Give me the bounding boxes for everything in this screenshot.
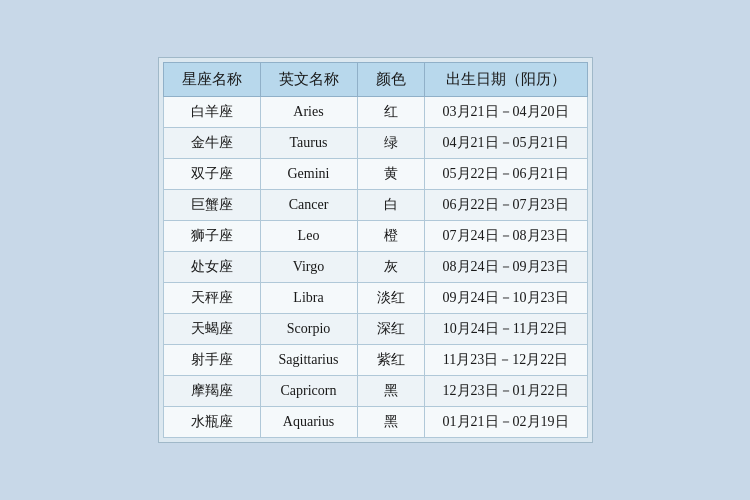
cell-chinese-name: 白羊座 [163, 97, 260, 128]
header-color: 颜色 [357, 63, 424, 97]
cell-english-name: Virgo [260, 252, 357, 283]
cell-english-name: Sagittarius [260, 345, 357, 376]
table-row: 天秤座Libra淡红09月24日－10月23日 [163, 283, 587, 314]
cell-dates: 07月24日－08月23日 [424, 221, 587, 252]
cell-chinese-name: 天秤座 [163, 283, 260, 314]
cell-color: 白 [357, 190, 424, 221]
header-chinese-name: 星座名称 [163, 63, 260, 97]
table-row: 处女座Virgo灰08月24日－09月23日 [163, 252, 587, 283]
cell-chinese-name: 狮子座 [163, 221, 260, 252]
header-dates: 出生日期（阳历） [424, 63, 587, 97]
header-english-name: 英文名称 [260, 63, 357, 97]
cell-english-name: Aquarius [260, 407, 357, 438]
cell-english-name: Scorpio [260, 314, 357, 345]
cell-chinese-name: 摩羯座 [163, 376, 260, 407]
cell-dates: 11月23日－12月22日 [424, 345, 587, 376]
cell-color: 灰 [357, 252, 424, 283]
cell-dates: 01月21日－02月19日 [424, 407, 587, 438]
cell-color: 紫红 [357, 345, 424, 376]
cell-color: 绿 [357, 128, 424, 159]
zodiac-table: 星座名称 英文名称 颜色 出生日期（阳历） 白羊座Aries红03月21日－04… [163, 62, 588, 438]
table-row: 金牛座Taurus绿04月21日－05月21日 [163, 128, 587, 159]
table-row: 双子座Gemini黄05月22日－06月21日 [163, 159, 587, 190]
cell-color: 橙 [357, 221, 424, 252]
cell-english-name: Leo [260, 221, 357, 252]
cell-dates: 06月22日－07月23日 [424, 190, 587, 221]
cell-chinese-name: 处女座 [163, 252, 260, 283]
cell-chinese-name: 水瓶座 [163, 407, 260, 438]
table-row: 巨蟹座Cancer白06月22日－07月23日 [163, 190, 587, 221]
cell-chinese-name: 双子座 [163, 159, 260, 190]
cell-dates: 05月22日－06月21日 [424, 159, 587, 190]
table-row: 狮子座Leo橙07月24日－08月23日 [163, 221, 587, 252]
cell-dates: 08月24日－09月23日 [424, 252, 587, 283]
table-row: 水瓶座Aquarius黑01月21日－02月19日 [163, 407, 587, 438]
cell-color: 红 [357, 97, 424, 128]
cell-dates: 12月23日－01月22日 [424, 376, 587, 407]
cell-color: 深红 [357, 314, 424, 345]
cell-english-name: Capricorn [260, 376, 357, 407]
cell-english-name: Cancer [260, 190, 357, 221]
cell-color: 黑 [357, 407, 424, 438]
table-row: 射手座Sagittarius紫红11月23日－12月22日 [163, 345, 587, 376]
cell-english-name: Taurus [260, 128, 357, 159]
cell-english-name: Libra [260, 283, 357, 314]
table-header-row: 星座名称 英文名称 颜色 出生日期（阳历） [163, 63, 587, 97]
cell-color: 黄 [357, 159, 424, 190]
cell-english-name: Gemini [260, 159, 357, 190]
cell-chinese-name: 射手座 [163, 345, 260, 376]
cell-dates: 03月21日－04月20日 [424, 97, 587, 128]
table-row: 摩羯座Capricorn黑12月23日－01月22日 [163, 376, 587, 407]
cell-chinese-name: 天蝎座 [163, 314, 260, 345]
cell-color: 黑 [357, 376, 424, 407]
cell-color: 淡红 [357, 283, 424, 314]
cell-dates: 04月21日－05月21日 [424, 128, 587, 159]
cell-chinese-name: 金牛座 [163, 128, 260, 159]
cell-chinese-name: 巨蟹座 [163, 190, 260, 221]
cell-dates: 09月24日－10月23日 [424, 283, 587, 314]
zodiac-table-container: 星座名称 英文名称 颜色 出生日期（阳历） 白羊座Aries红03月21日－04… [158, 57, 593, 443]
cell-english-name: Aries [260, 97, 357, 128]
table-row: 白羊座Aries红03月21日－04月20日 [163, 97, 587, 128]
cell-dates: 10月24日－11月22日 [424, 314, 587, 345]
table-row: 天蝎座Scorpio深红10月24日－11月22日 [163, 314, 587, 345]
